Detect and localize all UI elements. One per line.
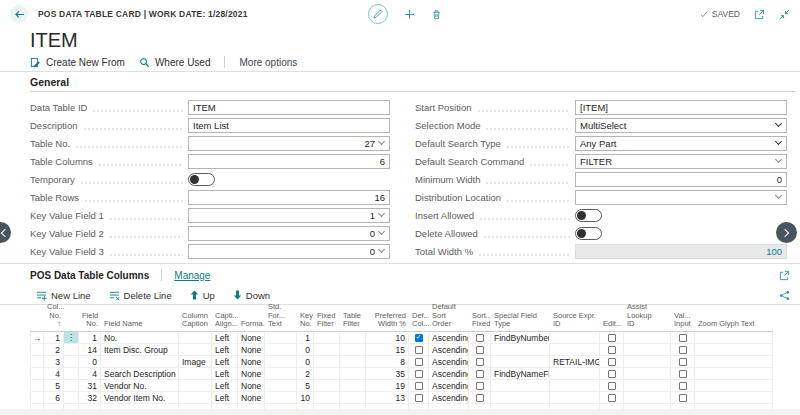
cell-key-no[interactable]: 0 bbox=[297, 356, 314, 367]
sort-fixed-checkbox[interactable] bbox=[476, 370, 484, 378]
cell-fixed-filter[interactable] bbox=[314, 344, 340, 355]
cell-key-no[interactable]: 1 bbox=[297, 332, 314, 343]
cell-col-no[interactable]: 6 bbox=[44, 392, 64, 403]
next-record-button[interactable] bbox=[776, 222, 797, 243]
col-header-column-caption[interactable]: Column Caption bbox=[179, 312, 212, 331]
cell-validate-input[interactable] bbox=[671, 368, 695, 379]
col-header-sort-fixed[interactable]: Sort... Fixed bbox=[469, 312, 491, 331]
cell-col-no[interactable]: 5 bbox=[44, 380, 64, 391]
col-header-fixed-filter[interactable]: Fixed Filter bbox=[314, 312, 340, 331]
cell-assist-lookup-id[interactable] bbox=[624, 368, 671, 379]
where-used-button[interactable]: Where Used bbox=[139, 57, 211, 68]
cell-zoom-glyph-text[interactable] bbox=[695, 368, 773, 379]
cell-def-col[interactable] bbox=[409, 392, 429, 403]
cell-dots[interactable] bbox=[64, 368, 79, 379]
key-value-field-1-input[interactable] bbox=[193, 210, 375, 221]
cell-def-col[interactable] bbox=[409, 368, 429, 379]
cell-editable[interactable] bbox=[600, 368, 624, 379]
cell-field-no[interactable]: 31 bbox=[79, 380, 101, 391]
cell-key-no[interactable]: 0 bbox=[297, 344, 314, 355]
def-col-checkbox[interactable] bbox=[415, 394, 423, 402]
col-header-def-col[interactable]: Def... Col... bbox=[409, 312, 429, 331]
validate-input-checkbox[interactable] bbox=[679, 346, 687, 354]
cell-validate-input[interactable] bbox=[671, 380, 695, 391]
cell-editable[interactable] bbox=[600, 392, 624, 403]
col-header-default-sort-order[interactable]: Default Sort Order bbox=[429, 303, 469, 331]
cell-def-col[interactable]: ✓ bbox=[409, 332, 429, 343]
editable-checkbox[interactable] bbox=[608, 394, 616, 402]
cell-table-filter[interactable] bbox=[340, 392, 366, 403]
table-columns-input[interactable] bbox=[193, 156, 385, 167]
col-header-caption-align[interactable]: Capti... Align... bbox=[212, 312, 238, 331]
chevron-down-icon[interactable] bbox=[378, 210, 385, 217]
cell-table-filter[interactable] bbox=[340, 380, 366, 391]
cell-field-no[interactable]: 4 bbox=[79, 368, 101, 379]
cell-column-caption[interactable] bbox=[179, 332, 212, 343]
cell-fixed-filter[interactable] bbox=[314, 356, 340, 367]
cell-key-no[interactable]: 10 bbox=[297, 392, 314, 403]
cell-std-format-text[interactable] bbox=[265, 368, 297, 379]
cell-col-no[interactable]: 3 bbox=[44, 356, 64, 367]
cell-field-name[interactable]: No. bbox=[101, 332, 179, 343]
cell-field-no[interactable]: 32 bbox=[79, 392, 101, 403]
cell-table-filter[interactable] bbox=[340, 332, 366, 343]
back-button[interactable] bbox=[10, 5, 28, 23]
selection-mode-select[interactable]: MultiSelect bbox=[575, 118, 787, 133]
description-input[interactable] bbox=[193, 120, 385, 131]
sort-fixed-checkbox[interactable] bbox=[476, 346, 484, 354]
chevron-down-icon[interactable] bbox=[378, 138, 385, 145]
validate-input-checkbox[interactable] bbox=[679, 334, 687, 342]
create-new-from-button[interactable]: Create New From bbox=[30, 57, 125, 68]
cell-zoom-glyph-text[interactable] bbox=[695, 332, 773, 343]
cell-special-field-type[interactable]: FindByNumberField bbox=[491, 332, 550, 343]
cell-assist-lookup-id[interactable] bbox=[624, 344, 671, 355]
validate-input-checkbox[interactable] bbox=[679, 370, 687, 378]
cell-source-expr-id[interactable] bbox=[550, 368, 600, 379]
col-header-special-field-type[interactable]: Special Field Type bbox=[491, 312, 550, 331]
chevron-down-icon[interactable] bbox=[775, 156, 782, 163]
delete-button[interactable] bbox=[431, 9, 442, 20]
col-header-std-format-text[interactable]: Std. For... Text bbox=[265, 303, 297, 331]
editable-checkbox[interactable] bbox=[608, 382, 616, 390]
cell-sort-fixed[interactable] bbox=[469, 368, 491, 379]
cell-caption-align[interactable]: Left bbox=[212, 344, 238, 355]
cell-format[interactable]: None bbox=[238, 392, 265, 403]
sort-fixed-checkbox[interactable] bbox=[476, 334, 484, 342]
col-header-field-name[interactable]: Field Name bbox=[101, 320, 179, 331]
cell-preferred-width[interactable]: 8 bbox=[366, 356, 409, 367]
def-col-checkbox[interactable] bbox=[415, 382, 423, 390]
cell-default-sort-order[interactable]: Ascending bbox=[429, 380, 469, 391]
col-header-preferred-width[interactable]: Preferred Width % bbox=[366, 312, 409, 331]
cell-source-expr-id[interactable] bbox=[550, 380, 600, 391]
general-section-header[interactable]: General bbox=[30, 76, 795, 92]
popout-button[interactable] bbox=[754, 9, 765, 20]
cell-format[interactable]: None bbox=[238, 380, 265, 391]
cell-field-name[interactable]: Vendor Item No. bbox=[101, 392, 179, 403]
cell-field-name[interactable] bbox=[101, 356, 179, 367]
edit-button[interactable] bbox=[368, 4, 388, 24]
move-down-button[interactable]: Down bbox=[233, 290, 270, 301]
cell-caption-align[interactable]: Left bbox=[212, 356, 238, 367]
cell-zoom-glyph-text[interactable] bbox=[695, 356, 773, 367]
editable-checkbox[interactable] bbox=[608, 334, 616, 342]
insert-allowed-toggle[interactable] bbox=[575, 209, 602, 222]
cell-preferred-width[interactable]: 35 bbox=[366, 368, 409, 379]
cell-validate-input[interactable] bbox=[671, 344, 695, 355]
cell-caption-align[interactable]: Left bbox=[212, 392, 238, 403]
key-value-field-3-input[interactable] bbox=[193, 246, 375, 257]
def-col-checkbox[interactable] bbox=[415, 358, 423, 366]
move-up-button[interactable]: Up bbox=[190, 290, 215, 301]
col-header-table-filter[interactable]: Table Filter bbox=[340, 312, 366, 331]
col-header-field-no[interactable]: Field No. bbox=[79, 312, 101, 331]
cell-sort-fixed[interactable] bbox=[469, 356, 491, 367]
row-options-icon[interactable]: ⋮ bbox=[64, 332, 79, 343]
cell-zoom-glyph-text[interactable] bbox=[695, 344, 773, 355]
cell-editable[interactable] bbox=[600, 344, 624, 355]
cell-def-col[interactable] bbox=[409, 344, 429, 355]
cell-field-name[interactable]: Search Description bbox=[101, 368, 179, 379]
cell-editable[interactable] bbox=[600, 356, 624, 367]
col-header-format[interactable]: Forma... bbox=[238, 320, 265, 331]
cell-col-no[interactable]: 1 bbox=[44, 332, 64, 343]
cell-field-name[interactable]: Item Disc. Group bbox=[101, 344, 179, 355]
part-share-button[interactable] bbox=[779, 290, 790, 301]
